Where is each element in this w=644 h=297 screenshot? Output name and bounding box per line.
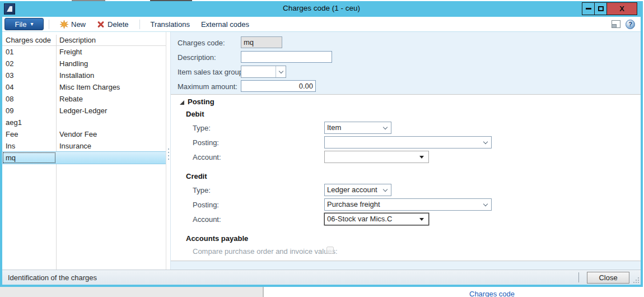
- external-codes-label: External codes: [201, 20, 249, 29]
- table-row[interactable]: 03 Installation: [2, 69, 166, 81]
- window-title: Charges code (1 - ceu): [0, 4, 643, 12]
- row-description-cell[interactable]: [56, 117, 166, 128]
- chevron-down-icon: [483, 202, 488, 206]
- table-row[interactable]: Fee Vendor Fee: [2, 128, 166, 140]
- table-row[interactable]: 08 Rebate: [2, 93, 166, 105]
- chevron-down-icon: [383, 187, 388, 192]
- credit-account-label: Account:: [193, 215, 221, 224]
- menu-divider: [139, 20, 140, 29]
- close-icon: X: [619, 4, 624, 13]
- item-sales-tax-group-select[interactable]: [241, 66, 286, 78]
- table-row[interactable]: mq: [2, 152, 166, 164]
- layout-pane-icon[interactable]: [612, 20, 620, 28]
- status-bar: Identification of the charges Close: [2, 270, 641, 285]
- header-charges-code[interactable]: Charges code: [6, 36, 51, 44]
- status-text: Identification of the charges: [8, 273, 97, 282]
- translations-label: Translations: [151, 20, 190, 29]
- table-row[interactable]: Ins Insurance: [2, 140, 166, 152]
- table-row[interactable]: 09 Ledger-Ledger: [2, 105, 166, 117]
- maximize-icon: [598, 6, 604, 11]
- credit-account-select[interactable]: 06-Stock var Mics.C: [324, 213, 429, 225]
- row-code-cell[interactable]: mq: [2, 152, 56, 164]
- splitter-grip-icon: [168, 148, 169, 162]
- row-description-cell[interactable]: Freight: [56, 46, 166, 58]
- lookup-triangle-icon: [419, 218, 424, 221]
- debit-posting-select[interactable]: [324, 136, 492, 148]
- charges-grid: Charges code Description 01 Freight 02 H…: [2, 32, 166, 270]
- resize-grip[interactable]: [633, 277, 639, 283]
- menu-divider: [49, 20, 49, 29]
- accounts-payable-title: Accounts payable: [186, 234, 248, 243]
- credit-posting-label: Posting:: [193, 201, 219, 209]
- new-button-label: New: [71, 20, 86, 29]
- posting-section: Posting Debit Type: Item Posting: Accoun…: [171, 94, 641, 261]
- credit-posting-select[interactable]: Purchase freight: [324, 198, 492, 211]
- debit-type-value: Item: [327, 122, 380, 133]
- row-code-cell[interactable]: 01: [2, 46, 56, 58]
- row-description-cell[interactable]: Insurance: [56, 140, 166, 152]
- window-controls: X: [582, 2, 637, 15]
- description-label: Description:: [178, 53, 216, 62]
- row-description-cell[interactable]: Rebate: [56, 93, 166, 105]
- maximize-button[interactable]: [595, 3, 607, 15]
- close-window-button[interactable]: X: [607, 3, 637, 15]
- row-code-cell[interactable]: 04: [2, 81, 56, 93]
- minimize-icon: [586, 8, 591, 10]
- credit-posting-value: Purchase freight: [327, 199, 480, 210]
- minimize-button[interactable]: [582, 3, 595, 15]
- debit-posting-label: Posting:: [193, 138, 219, 147]
- collapse-triangle-icon[interactable]: [180, 100, 184, 105]
- table-row[interactable]: 01 Freight: [2, 46, 166, 58]
- credit-type-select[interactable]: Ledger account: [324, 184, 391, 196]
- row-description-cell[interactable]: [56, 152, 166, 164]
- table-row[interactable]: 04 Misc Item Charges: [2, 81, 166, 93]
- credit-account-value: 06-Stock var Mics.C: [327, 214, 417, 225]
- close-button[interactable]: Close: [587, 272, 629, 284]
- help-icon[interactable]: ?: [626, 20, 635, 29]
- charges-code-window: Charges code (1 - ceu) X File ▾ New Dele…: [0, 1, 643, 287]
- row-description-cell[interactable]: Ledger-Ledger: [56, 105, 166, 117]
- row-description-cell[interactable]: Misc Item Charges: [56, 81, 166, 93]
- maximum-amount-field[interactable]: [241, 80, 316, 92]
- table-row[interactable]: 02 Handling: [2, 58, 166, 69]
- charges-table-body: 01 Freight 02 Handling 03 Installation 0…: [2, 46, 166, 164]
- delete-icon: [97, 20, 105, 28]
- dropdown-button[interactable]: [276, 66, 286, 77]
- details-form: Charges code: Description: Item sales ta…: [171, 32, 641, 270]
- table-row[interactable]: aeg1: [2, 117, 166, 128]
- compare-values-label: Compare purchase order and invoice value…: [193, 247, 338, 256]
- maximum-amount-label: Maximum amount:: [178, 82, 237, 91]
- description-field[interactable]: [241, 51, 332, 63]
- row-code-cell[interactable]: 08: [2, 93, 56, 105]
- pane-splitter[interactable]: [166, 32, 171, 270]
- row-description-cell[interactable]: Handling: [56, 58, 166, 69]
- row-code-cell[interactable]: 02: [2, 58, 56, 69]
- delete-button[interactable]: Delete: [91, 18, 134, 30]
- row-description-cell[interactable]: Vendor Fee: [56, 128, 166, 140]
- row-code-cell[interactable]: 09: [2, 105, 56, 117]
- posting-title[interactable]: Posting: [188, 98, 214, 106]
- translations-menu-item[interactable]: Translations: [145, 18, 195, 30]
- file-menu-button[interactable]: File ▾: [4, 18, 44, 30]
- row-code-cell[interactable]: 03: [2, 69, 56, 81]
- background-window: Charges code: [0, 287, 644, 297]
- chevron-down-icon: [279, 69, 283, 73]
- debit-type-select[interactable]: Item: [324, 122, 391, 134]
- row-code-cell[interactable]: aeg1: [2, 117, 56, 128]
- debit-account-select[interactable]: [324, 151, 429, 163]
- background-pane: [0, 287, 264, 297]
- header-description[interactable]: Description: [59, 36, 96, 44]
- chevron-down-icon: ▾: [30, 21, 33, 27]
- chevron-down-icon: [383, 125, 388, 129]
- layout-pane-fill: [612, 24, 617, 27]
- credit-title: Credit: [186, 172, 207, 180]
- row-code-cell[interactable]: Fee: [2, 128, 56, 140]
- compare-values-checkbox: [326, 247, 334, 254]
- debit-title: Debit: [186, 110, 204, 118]
- row-code-cell[interactable]: Ins: [2, 140, 56, 152]
- row-description-cell[interactable]: Installation: [56, 69, 166, 81]
- external-codes-menu-item[interactable]: External codes: [195, 18, 255, 30]
- new-button[interactable]: New: [54, 18, 91, 30]
- debit-account-label: Account:: [193, 153, 221, 161]
- menubar: File ▾ New Delete Translations External …: [2, 17, 641, 32]
